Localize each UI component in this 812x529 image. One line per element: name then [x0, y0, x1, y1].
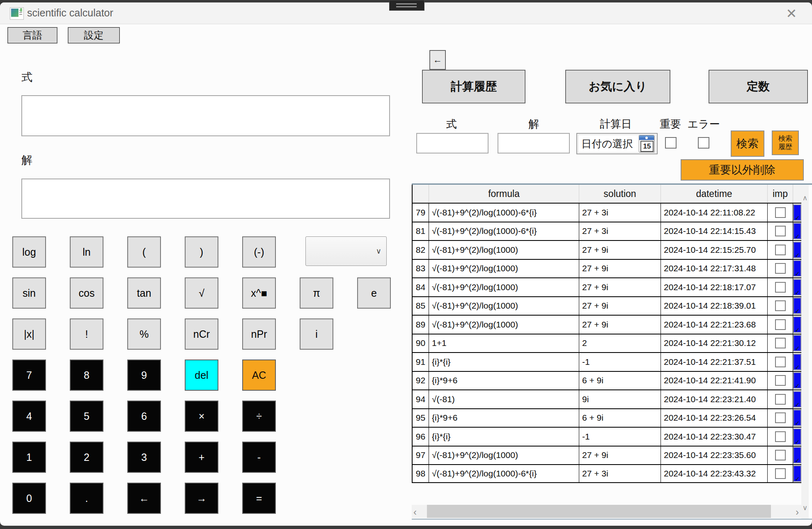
table-row[interactable]: 79 √(-81)+9^(2)/log(1000)-6*{i} 27 + 3i … [413, 203, 801, 222]
table-row[interactable]: 85 √(-81)+9^(2)/log(1000) 27 + 9i 2024-1… [413, 296, 801, 315]
row-action-button[interactable]: ✓ [793, 410, 801, 426]
solution-output[interactable] [21, 179, 390, 219]
decimal-button[interactable]: . [70, 483, 103, 514]
important-row-checkbox[interactable] [775, 468, 786, 479]
cos-button[interactable]: cos [70, 277, 103, 309]
power-button[interactable]: x^■ [242, 277, 276, 309]
important-row-checkbox[interactable] [775, 338, 786, 348]
scroll-up-icon[interactable]: ∧ [801, 194, 809, 202]
row-action-button[interactable]: ✓ [793, 391, 801, 408]
date-picker[interactable]: 日付の選択 15 [576, 133, 658, 154]
important-checkbox[interactable] [665, 137, 677, 149]
important-row-checkbox[interactable] [775, 319, 786, 330]
scroll-right-icon[interactable]: › [796, 506, 799, 518]
important-row-checkbox[interactable] [775, 245, 786, 255]
table-row[interactable]: 95 {i}*9+6 6 + 9i 2024-10-14 22:23:26.54… [413, 408, 801, 427]
row-action-button[interactable]: ✓ [793, 447, 801, 463]
abs-button[interactable]: |x| [12, 318, 46, 350]
e-button[interactable]: e [357, 277, 391, 309]
tab-favorites[interactable]: お気に入り [565, 70, 670, 103]
important-row-checkbox[interactable] [775, 226, 786, 236]
row-action-button[interactable]: ✓ [793, 204, 801, 221]
important-row-checkbox[interactable] [775, 282, 786, 293]
percent-button[interactable]: % [127, 318, 161, 350]
cursor-right-button[interactable]: → [185, 483, 218, 514]
table-row[interactable]: 84 √(-81)+9^(2)/log(1000) 27 + 9i 2024-1… [413, 277, 801, 296]
error-checkbox[interactable] [698, 137, 709, 149]
digit-9-button[interactable]: 9 [127, 360, 161, 391]
language-button[interactable]: 言語 [7, 27, 57, 44]
delete-button[interactable]: del [185, 360, 218, 391]
row-action-button[interactable]: ✓ [793, 465, 801, 482]
factorial-button[interactable]: ! [70, 318, 103, 350]
tab-calc-history[interactable]: 計算履歴 [422, 70, 525, 103]
divide-button[interactable]: ÷ [242, 401, 276, 432]
horizontal-scrollbar[interactable]: ‹ › [412, 505, 801, 518]
search-formula-input[interactable] [416, 133, 489, 153]
scroll-left-icon[interactable]: ‹ [413, 506, 417, 518]
row-action-button[interactable]: ✓ [793, 223, 801, 239]
table-row[interactable]: 90 1+1 2 2024-10-14 22:21:30.12 ✓ [413, 334, 801, 353]
row-action-button[interactable]: ✓ [793, 298, 801, 314]
negate-button[interactable]: (-) [242, 236, 276, 268]
formula-input[interactable] [21, 95, 390, 136]
row-action-button[interactable]: ✓ [793, 242, 801, 258]
add-button[interactable]: + [185, 442, 218, 473]
npr-button[interactable]: nPr [242, 318, 276, 350]
equals-button[interactable]: = [242, 483, 276, 514]
important-row-checkbox[interactable] [775, 431, 786, 442]
important-row-checkbox[interactable] [775, 300, 786, 311]
close-paren-button[interactable]: ) [185, 236, 218, 268]
table-row[interactable]: 98 √(-81)+9^(2)/log(1000)-6*{i} 27 + 3i … [413, 464, 801, 483]
scroll-down-icon[interactable]: ∨ [801, 504, 809, 512]
important-row-checkbox[interactable] [775, 375, 786, 386]
ncr-button[interactable]: nCr [185, 318, 218, 350]
table-row[interactable]: 81 √(-81)+9^(2)/log(1000)-6*{i} 27 + 3i … [413, 222, 801, 240]
subtract-button[interactable]: - [242, 442, 276, 473]
table-row[interactable]: 91 {i}*{i} -1 2024-10-14 22:21:37.51 ✓ [413, 352, 801, 371]
tab-constants[interactable]: 定数 [709, 70, 808, 103]
search-history-button[interactable]: 検索履歴 [772, 131, 799, 155]
digit-3-button[interactable]: 3 [127, 442, 161, 473]
horizontal-scrollbar-thumb[interactable] [427, 505, 771, 518]
cursor-left-button[interactable]: ← [127, 483, 161, 514]
digit-0-button[interactable]: 0 [12, 483, 46, 514]
pi-button[interactable]: π [300, 277, 333, 309]
screen-edge-handle[interactable] [389, 0, 424, 11]
row-action-button[interactable]: ✓ [793, 316, 801, 333]
row-action-button[interactable]: ✓ [793, 372, 801, 389]
row-action-button[interactable]: ✓ [793, 260, 801, 277]
multiply-button[interactable]: × [185, 401, 218, 432]
back-button[interactable]: ← [429, 50, 446, 70]
search-solution-input[interactable] [498, 133, 570, 153]
digit-4-button[interactable]: 4 [12, 401, 46, 432]
important-row-checkbox[interactable] [775, 263, 786, 274]
settings-button[interactable]: 設定 [68, 27, 120, 44]
digit-7-button[interactable]: 7 [12, 360, 46, 391]
table-row[interactable]: 94 √(-81) 9i 2024-10-14 22:23:21.40 ✓ [413, 389, 801, 408]
log-button[interactable]: log [12, 236, 46, 268]
row-action-button[interactable]: ✓ [793, 335, 801, 351]
digit-6-button[interactable]: 6 [127, 401, 161, 432]
table-row[interactable]: 82 √(-81)+9^(2)/log(1000) 27 + 9i 2024-1… [413, 240, 801, 259]
important-row-checkbox[interactable] [775, 394, 786, 405]
digit-8-button[interactable]: 8 [70, 360, 103, 391]
sqrt-button[interactable]: √ [185, 277, 218, 309]
sin-button[interactable]: sin [12, 277, 46, 309]
delete-except-important-button[interactable]: 重要以外削除 [681, 159, 804, 181]
row-action-button[interactable]: ✓ [793, 279, 801, 295]
table-row[interactable]: 83 √(-81)+9^(2)/log(1000) 27 + 9i 2024-1… [413, 259, 801, 278]
table-row[interactable]: 96 {i}*{i} -1 2024-10-14 22:23:30.47 ✓ [413, 427, 801, 446]
ln-button[interactable]: ln [70, 236, 103, 268]
angle-mode-dropdown[interactable]: ∨ [305, 236, 387, 266]
important-row-checkbox[interactable] [775, 357, 786, 367]
digit-1-button[interactable]: 1 [12, 442, 46, 473]
all-clear-button[interactable]: AC [242, 360, 276, 391]
important-row-checkbox[interactable] [775, 207, 786, 218]
calendar-icon[interactable]: 15 [639, 135, 654, 152]
imaginary-button[interactable]: i [300, 318, 333, 350]
important-row-checkbox[interactable] [775, 450, 786, 460]
digit-5-button[interactable]: 5 [70, 401, 103, 432]
open-paren-button[interactable]: ( [127, 236, 161, 268]
row-action-button[interactable]: ✓ [793, 428, 801, 445]
